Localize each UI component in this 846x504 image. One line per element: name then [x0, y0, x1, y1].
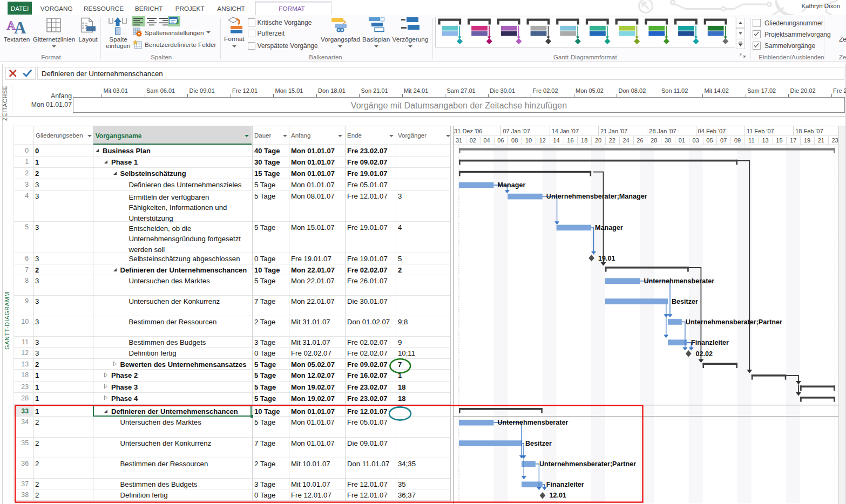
svg-text:Finanzleiter: Finanzleiter: [691, 339, 729, 346]
svg-text:A: A: [14, 18, 26, 34]
svg-text:Besitzer: Besitzer: [525, 440, 552, 447]
svg-text:19.01: 19.01: [598, 255, 615, 262]
svg-text:12.01: 12.01: [550, 492, 567, 499]
svg-text:Manager: Manager: [498, 181, 526, 189]
svg-text:Unternehmensberater: Unternehmensberater: [644, 277, 714, 285]
svg-text:02.02: 02.02: [696, 350, 713, 358]
svg-text:Finanzleiter: Finanzleiter: [546, 481, 584, 488]
svg-text:Unternehmensberater: Unternehmensberater: [498, 419, 568, 426]
svg-text:Manager: Manager: [595, 224, 623, 231]
svg-text:Unternehmensberater;Partner: Unternehmensberater;Partner: [539, 460, 636, 468]
svg-text:Besitzer: Besitzer: [672, 298, 698, 305]
svg-text:Unternehmensberater;Partner: Unternehmensberater;Partner: [686, 318, 782, 326]
svg-text:Unternehmensberater;Manager: Unternehmensberater;Manager: [546, 193, 647, 200]
